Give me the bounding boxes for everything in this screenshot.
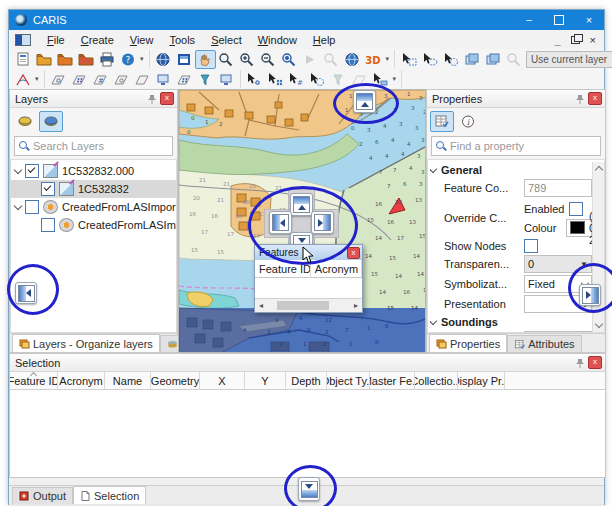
- column-header-acronym[interactable]: Acronym: [58, 372, 105, 389]
- measure-angle-icon[interactable]: [12, 70, 33, 89]
- layer-tree-item[interactable]: CreatedFromLASImport: [11, 216, 176, 234]
- pick-attach-icon[interactable]: [244, 70, 265, 89]
- pick-rod-icon[interactable]: [349, 70, 370, 89]
- dock-target-right[interactable]: [579, 284, 601, 306]
- features-hscrollbar[interactable]: ◂ ▸: [255, 298, 362, 312]
- layers-panel-titlebar[interactable]: Layers x: [10, 90, 177, 108]
- pin-icon[interactable]: [575, 358, 585, 368]
- pick-points-icon[interactable]: [265, 70, 286, 89]
- layers-tab-layers-organize-layers[interactable]: Layers - Organize layers: [12, 334, 160, 352]
- edit-attach-icon[interactable]: [48, 70, 69, 89]
- layer-tree-item[interactable]: 1C532832.000: [11, 162, 176, 180]
- forward-view-icon[interactable]: [300, 50, 321, 69]
- pick-hash-icon[interactable]: #: [286, 70, 307, 89]
- edit-template-icon[interactable]: [153, 70, 174, 89]
- layer-combo[interactable]: Use current layer▼: [526, 51, 612, 68]
- title-bar[interactable]: CARIS − ×: [9, 10, 604, 30]
- select-radius-icon[interactable]: [440, 50, 461, 69]
- zoom-out-icon[interactable]: [258, 50, 279, 69]
- bottom-tab-output[interactable]: Output: [12, 487, 73, 504]
- enabled-checkbox[interactable]: [569, 202, 583, 216]
- zoom-in-icon[interactable]: [237, 50, 258, 69]
- expander-icon[interactable]: [430, 317, 437, 325]
- close-icon[interactable]: x: [160, 92, 174, 105]
- layer-tree-item[interactable]: 1C532832: [11, 180, 176, 198]
- dock-target-top[interactable]: [353, 90, 376, 113]
- three-d-icon[interactable]: 3D: [363, 50, 384, 69]
- info-icon[interactable]: i: [456, 111, 480, 132]
- select-rectangle-icon[interactable]: [398, 50, 419, 69]
- property-dropdown[interactable]: 0▼: [524, 255, 592, 273]
- column-header-y[interactable]: Y: [245, 372, 286, 389]
- layer-tree-item[interactable]: CreatedFromLASImport.csar: [11, 198, 176, 216]
- dock-target-center-left[interactable]: [269, 211, 292, 234]
- toolbar-overflow-icon[interactable]: ▾: [33, 75, 41, 83]
- toolbar-overflow-icon[interactable]: ▾: [384, 55, 392, 63]
- zoom-window-icon[interactable]: [216, 50, 237, 69]
- layer-visibility-checkbox[interactable]: [25, 200, 39, 214]
- mdi-close-button[interactable]: ×: [590, 34, 596, 46]
- properties-tab-properties[interactable]: Properties: [429, 334, 507, 352]
- scroll-right-icon[interactable]: ▸: [350, 301, 362, 310]
- save-icon[interactable]: [75, 50, 96, 69]
- dock-target-center-right[interactable]: [311, 211, 334, 234]
- features-column-acronym[interactable]: Acronym: [311, 260, 362, 277]
- dock-target-center-up[interactable]: [290, 193, 313, 216]
- edit-rotate-icon[interactable]: [111, 70, 132, 89]
- colour-picker[interactable]: (0, 0, 0, 255): [566, 219, 592, 237]
- column-header-name[interactable]: Name: [105, 372, 151, 389]
- close-icon[interactable]: x: [588, 356, 602, 369]
- close-icon[interactable]: x: [347, 247, 360, 259]
- property-value-input[interactable]: 789: [524, 179, 592, 197]
- world-icon[interactable]: [342, 50, 363, 69]
- property-checkbox[interactable]: [524, 239, 538, 253]
- zoom-selection-icon[interactable]: [321, 50, 342, 69]
- layer-visibility-checkbox[interactable]: [25, 164, 39, 178]
- help-icon[interactable]: ?: [117, 50, 138, 69]
- selection-table-body[interactable]: [10, 390, 605, 477]
- column-header-x[interactable]: X: [200, 372, 245, 389]
- property-search-input[interactable]: Find a property: [431, 136, 601, 156]
- pick-radius-icon[interactable]: [307, 70, 328, 89]
- deselect-all-icon[interactable]: [482, 50, 503, 69]
- menu-select[interactable]: Select: [203, 32, 250, 48]
- menu-create[interactable]: Create: [73, 32, 122, 48]
- property-value-input[interactable]: [524, 331, 592, 333]
- import-icon[interactable]: [33, 50, 54, 69]
- menu-file[interactable]: File: [39, 32, 73, 48]
- pin-icon[interactable]: [575, 94, 585, 104]
- select-all-icon[interactable]: [461, 50, 482, 69]
- layer-visibility-checkbox[interactable]: [41, 182, 55, 196]
- edit-clip-icon[interactable]: [132, 70, 153, 89]
- pick-filter-icon[interactable]: [328, 70, 349, 89]
- edit-filter-icon[interactable]: [195, 70, 216, 89]
- document-icon[interactable]: [15, 34, 31, 46]
- menu-tools[interactable]: Tools: [161, 32, 203, 48]
- dock-target-left[interactable]: [15, 282, 37, 304]
- dock-target-bottom[interactable]: [298, 477, 320, 501]
- maximize-button[interactable]: [544, 10, 574, 30]
- locate-icon[interactable]: [503, 50, 524, 69]
- layer-visibility-checkbox[interactable]: [41, 218, 55, 232]
- overview-window-icon[interactable]: [174, 50, 195, 69]
- pick-layer-icon[interactable]: [370, 70, 391, 89]
- edit-points-icon[interactable]: [174, 70, 195, 89]
- menu-view[interactable]: View: [122, 32, 162, 48]
- draw-order-icon[interactable]: [13, 111, 37, 132]
- properties-tab-attributes[interactable]: Attributes: [507, 335, 581, 352]
- edit-hash-icon[interactable]: #: [90, 70, 111, 89]
- column-header-geometry[interactable]: Geometry: [151, 372, 200, 389]
- close-icon[interactable]: x: [588, 92, 602, 105]
- column-header-feature-id[interactable]: Feature ID: [10, 372, 58, 389]
- open-folder-icon[interactable]: [54, 50, 75, 69]
- toolbar-overflow-icon[interactable]: ▾: [391, 75, 399, 83]
- pan-tool-icon[interactable]: [195, 50, 216, 69]
- mdi-minimize-button[interactable]: _: [554, 34, 560, 46]
- properties-view-icon[interactable]: [430, 111, 454, 132]
- scrollbar-thumb[interactable]: [277, 301, 329, 310]
- expander-icon[interactable]: [14, 166, 22, 174]
- toolbar-overflow-icon[interactable]: ▾: [138, 55, 146, 63]
- column-header-object-ty-[interactable]: Object Ty...: [327, 372, 370, 389]
- pin-icon[interactable]: [147, 94, 157, 104]
- column-header-display-pr-[interactable]: Display Pr...: [458, 372, 505, 389]
